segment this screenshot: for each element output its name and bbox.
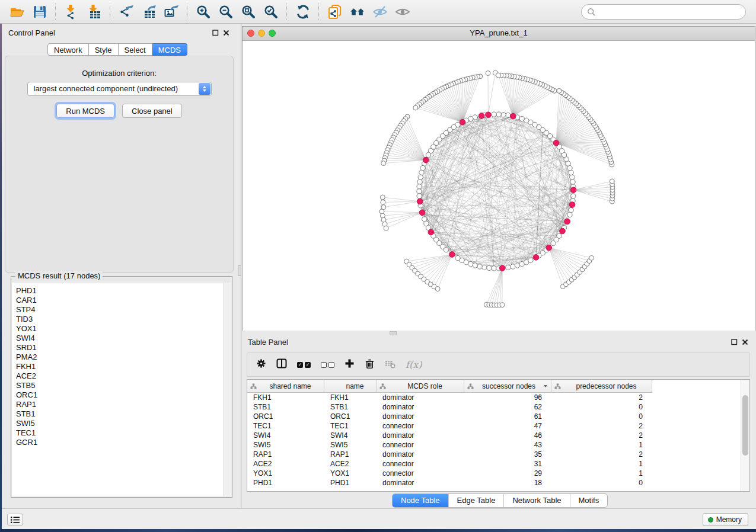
first-neighbors-button[interactable] — [346, 2, 369, 21]
mcds-result-item[interactable]: GCR1 — [12, 438, 224, 447]
import-network-button[interactable] — [60, 2, 83, 21]
search-input[interactable] — [596, 5, 745, 18]
table-cell[interactable]: ACE2 — [324, 459, 377, 469]
table-cell[interactable]: dominator — [377, 478, 464, 488]
table-cell[interactable]: dominator — [377, 412, 464, 421]
column-header-shared-name[interactable]: shared name — [247, 380, 324, 393]
table-row[interactable]: TEC1TEC1connector472 — [247, 421, 749, 431]
mcds-result-list[interactable]: PHD1CAR1STP4TID3YOX1SWI4SRD1PMA2FKH1ACE2… — [12, 283, 224, 496]
table-cell[interactable]: 1 — [551, 440, 652, 450]
dominator-node[interactable] — [510, 113, 516, 119]
table-cell[interactable]: 46 — [464, 431, 551, 440]
table-cell[interactable]: 31 — [464, 459, 551, 469]
table-cell[interactable]: SWI5 — [247, 440, 324, 450]
column-header-predecessor-nodes[interactable]: predecessor nodes — [551, 380, 652, 393]
table-scrollbar[interactable] — [741, 380, 749, 491]
column-header-mcds-role[interactable]: MCDS role — [377, 380, 464, 393]
zoom-fit-button[interactable] — [237, 2, 260, 21]
export-table-button[interactable] — [138, 2, 160, 21]
table-cell[interactable]: STB1 — [247, 402, 324, 412]
export-network-button[interactable] — [115, 2, 138, 21]
zoom-out-button[interactable] — [215, 2, 237, 21]
float-window-icon[interactable] — [212, 30, 219, 36]
dominator-node[interactable] — [564, 219, 570, 225]
tab-node-table[interactable]: Node Table — [393, 494, 448, 507]
table-cell[interactable]: 1 — [551, 469, 652, 478]
table-cell[interactable]: YOX1 — [247, 469, 324, 478]
dominator-node[interactable] — [569, 202, 575, 208]
table-cell[interactable]: RAP1 — [247, 450, 324, 459]
mcds-result-item[interactable]: SWI4 — [12, 334, 224, 343]
float-table-panel-icon[interactable] — [731, 339, 738, 345]
mcds-result-item[interactable]: STB5 — [12, 381, 224, 390]
tab-style[interactable]: Style — [89, 43, 119, 56]
duplicate-network-button[interactable] — [324, 2, 346, 21]
zoom-window-button[interactable] — [269, 30, 276, 37]
add-row-button[interactable] — [344, 358, 355, 371]
mcds-result-item[interactable]: TEC1 — [12, 428, 224, 438]
table-row[interactable]: YOX1YOX1connector291 — [247, 469, 749, 478]
dominator-node[interactable] — [553, 140, 559, 146]
task-history-button[interactable] — [7, 514, 23, 525]
export-image-button[interactable] — [160, 2, 183, 21]
tab-network-table[interactable]: Network Table — [503, 494, 569, 507]
table-cell[interactable]: dominator — [377, 402, 464, 412]
column-header-name[interactable]: name — [324, 380, 377, 393]
table-cell[interactable]: connector — [377, 421, 464, 431]
tab-select[interactable]: Select — [119, 43, 152, 56]
table-cell[interactable]: 2 — [551, 450, 652, 459]
dominator-node[interactable] — [560, 228, 566, 234]
dominator-node[interactable] — [419, 210, 425, 216]
table-cell[interactable]: 2 — [551, 431, 652, 440]
show-columns-button[interactable] — [276, 358, 287, 371]
table-row[interactable]: RAP1RAP1dominator352 — [247, 450, 749, 459]
function-builder-button[interactable]: f(x) — [406, 358, 422, 371]
mcds-result-item[interactable]: FKH1 — [12, 362, 224, 371]
open-file-button[interactable] — [6, 2, 28, 21]
table-cell[interactable]: 47 — [464, 421, 551, 431]
mcds-result-item[interactable]: SWI5 — [12, 419, 224, 428]
table-cell[interactable]: 18 — [464, 478, 551, 488]
hide-selected-button[interactable] — [369, 2, 391, 21]
table-cell[interactable]: ORC1 — [324, 412, 377, 421]
save-session-button[interactable] — [28, 2, 51, 21]
close-window-button[interactable] — [247, 30, 254, 37]
minimize-window-button[interactable] — [258, 30, 265, 37]
table-cell[interactable]: connector — [377, 469, 464, 478]
table-settings-button[interactable] — [256, 358, 266, 371]
tab-network[interactable]: Network — [47, 43, 89, 56]
table-panel-splitter-grip[interactable] — [390, 331, 397, 335]
delete-row-button[interactable] — [365, 358, 375, 371]
optimization-criterion-select[interactable]: largest connected component (undirected) — [27, 82, 212, 96]
deselect-all-check-button[interactable] — [321, 358, 334, 371]
table-cell[interactable]: 0 — [551, 412, 652, 421]
delete-columns-button[interactable] — [385, 358, 395, 371]
mcds-result-item[interactable]: STB1 — [12, 409, 224, 419]
table-cell[interactable]: 0 — [551, 402, 652, 412]
table-row[interactable]: STB1STB1dominator620 — [247, 402, 749, 412]
dominator-node[interactable] — [479, 113, 484, 119]
table-row[interactable]: ORC1ORC1dominator610 — [247, 412, 749, 421]
table-cell[interactable]: 2 — [551, 421, 652, 431]
mcds-result-scrollbar[interactable] — [224, 283, 231, 496]
mcds-result-item[interactable]: ACE2 — [12, 371, 224, 381]
refresh-network-button[interactable] — [292, 2, 314, 21]
zoom-selected-button[interactable] — [260, 2, 282, 21]
dominator-node[interactable] — [570, 187, 576, 193]
table-cell[interactable]: 29 — [464, 469, 551, 478]
table-cell[interactable]: SWI4 — [247, 431, 324, 440]
dominator-node[interactable] — [460, 119, 465, 125]
table-cell[interactable]: PHD1 — [247, 478, 324, 488]
dominator-node[interactable] — [546, 245, 552, 251]
table-cell[interactable]: connector — [377, 459, 464, 469]
table-cell[interactable]: PHD1 — [324, 478, 377, 488]
table-cell[interactable]: 2 — [551, 393, 652, 402]
mcds-result-item[interactable]: ORC1 — [12, 390, 224, 400]
table-cell[interactable]: FKH1 — [247, 393, 324, 402]
close-panel-icon[interactable] — [223, 30, 229, 36]
mcds-result-item[interactable]: RAP1 — [12, 400, 224, 409]
table-cell[interactable]: SWI4 — [324, 431, 377, 440]
table-cell[interactable]: 62 — [464, 402, 551, 412]
table-cell[interactable]: FKH1 — [324, 393, 377, 402]
table-cell[interactable]: 43 — [464, 440, 551, 450]
